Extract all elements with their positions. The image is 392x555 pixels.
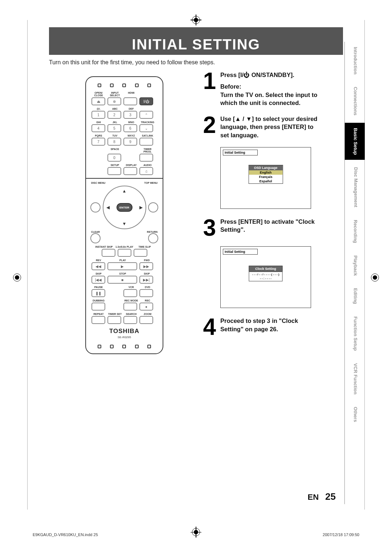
rec-mode-button: [123, 303, 137, 311]
return-button: [148, 233, 158, 243]
play-button: ▶: [107, 262, 137, 270]
osd-clock-panel: Initial Setting Clock Setting - - - / - …: [220, 246, 311, 308]
num-2-button: 2: [107, 111, 121, 119]
top-menu-button: [148, 202, 158, 212]
step-4-text: Proceed to step 3 in "Clock Setting" on …: [220, 317, 319, 333]
step-1-line-3: Turn the TV on. Select the input to whic…: [220, 91, 319, 107]
step-1: 1 Press [I/⏻ ON/STANDBY]. Before: Turn t…: [198, 71, 319, 107]
clear-button: [90, 233, 101, 243]
num-6-button: 6: [123, 124, 137, 132]
hdmi-button: [123, 97, 137, 105]
open-close-button: ⏏: [91, 97, 105, 105]
power-button: I/⏻: [139, 97, 153, 105]
search-button: [123, 316, 137, 324]
print-footer-left: E9KGAUD_D-VR610KU_EN.indd 25: [33, 532, 98, 537]
osd-header: OSD Language: [249, 165, 283, 170]
timer-prog-button: [139, 154, 153, 162]
zoom-button: [139, 316, 153, 324]
header-bar: [49, 27, 343, 34]
brand-label: TOSHIBA: [90, 328, 158, 335]
num-5-button: 5: [107, 124, 121, 132]
return-label: RETURN: [147, 231, 158, 233]
step-3-text: Press [ENTER] to activate "Clock Setting…: [220, 218, 319, 234]
input-select-button: ⊕: [107, 97, 121, 105]
step-1-line-2: Before:: [220, 82, 319, 90]
audio-button: ♫: [139, 167, 153, 175]
tab-basic-setup[interactable]: Basic Setup: [345, 123, 365, 160]
section-tabs: Introduction Connections Basic Setup Dis…: [344, 42, 365, 504]
page-title: INITIAL SETTING: [49, 34, 343, 55]
reg-cross: [196, 527, 196, 538]
osd-language-panel: Initial Setting OSD Language English Fra…: [220, 147, 311, 209]
rec-button: ●: [139, 303, 153, 311]
model-label: SE-R0295: [90, 336, 158, 339]
intro-text: Turn on this unit for the first time, yo…: [49, 59, 215, 66]
tab-recording[interactable]: Recording: [345, 215, 365, 248]
vcr-button: [123, 289, 137, 297]
step-number: 1: [198, 71, 216, 107]
print-footer-right: 2007/12/18 17:09:50: [323, 532, 359, 537]
osd-clock-header: Clock Setting: [249, 266, 282, 272]
step-number: 3: [198, 218, 216, 239]
play-speed-button: [118, 249, 131, 257]
skip-fwd-button: ▶▶|: [139, 276, 153, 284]
step-1-line-1: Press [I/⏻ ON/STANDBY].: [220, 71, 319, 79]
num-4-button: 4: [91, 124, 105, 132]
reg-mark-right: [371, 274, 379, 281]
osd-option-francais: Français: [249, 175, 283, 179]
tab-editing[interactable]: Editing: [345, 283, 365, 309]
step-2-text: Use [▲ / ▼] to select your desired langu…: [220, 115, 319, 139]
tab-vcr-function[interactable]: VCR Function: [345, 358, 365, 400]
disc-menu-button: [90, 202, 101, 212]
time-slip-button: [134, 249, 147, 257]
footer-page-number: 25: [325, 491, 336, 502]
timer-set-button: [107, 316, 121, 324]
num-9-button: 9: [123, 138, 137, 146]
top-menu-label: TOP MENU: [144, 182, 158, 184]
num-7-button: 7: [91, 138, 105, 146]
footer-lang: EN: [308, 493, 319, 502]
reg-mark-left: [13, 274, 21, 281]
rev-button: ◀◀: [91, 262, 105, 270]
pause-button: ❚❚: [91, 289, 105, 297]
num-0-button: 0: [107, 154, 121, 162]
num-3-button: 3: [123, 111, 137, 119]
tab-introduction[interactable]: Introduction: [345, 42, 365, 80]
num-8-button: 8: [107, 138, 121, 146]
tab-playback[interactable]: Playback: [345, 250, 365, 281]
fwd-button: ▶▶: [139, 262, 153, 270]
osd-tab: Initial Setting: [223, 150, 258, 155]
tab-connections[interactable]: Connections: [345, 82, 365, 121]
nav-pad: ▲ ▼ ◀ ▶ ENTER: [103, 186, 146, 229]
step-4: 4 Proceed to step 3 in "Clock Setting" o…: [198, 317, 319, 338]
num-1-button: 1: [91, 111, 105, 119]
ch-up-button: ⌃: [139, 111, 153, 119]
instant-skip-button: [102, 249, 115, 257]
ch-down-button: ⌄: [139, 124, 153, 132]
osd-clock-value: - - - / - - / - - - - ( - - - ) - - : - …: [249, 272, 282, 281]
tab-others[interactable]: Others: [345, 402, 365, 427]
skip-back-button: |◀◀: [91, 276, 105, 284]
satlink-button: [139, 138, 153, 146]
dvd-button: [139, 289, 153, 297]
disc-menu-label: DISC MENU: [91, 182, 105, 184]
repeat-button: [91, 316, 105, 324]
display-button: [123, 167, 137, 175]
osd-tab: Initial Setting: [223, 249, 258, 255]
step-number: 2: [198, 115, 216, 139]
enter-button: ENTER: [117, 203, 132, 212]
stop-button: ■: [107, 276, 137, 284]
step-3: 3 Press [ENTER] to activate "Clock Setti…: [198, 218, 319, 239]
page-footer: EN 25: [308, 491, 336, 502]
step-number: 4: [198, 317, 216, 338]
clear-label: CLEAR: [91, 231, 100, 233]
tab-function-setup[interactable]: Function Setup: [345, 311, 365, 356]
remote-illustration: OPEN/ CLOSE INPUT SELECT HDMI ⏏ ⊕ I/⏻ @/…: [85, 76, 163, 354]
steps-column: 1 Press [I/⏻ ON/STANDBY]. Before: Turn t…: [198, 71, 319, 346]
dubbing-button: [91, 303, 105, 311]
osd-option-espanol: Español: [249, 179, 283, 183]
setup-button: [107, 167, 121, 175]
tab-disc-management[interactable]: Disc Management: [345, 162, 365, 212]
step-2: 2 Use [▲ / ▼] to select your desired lan…: [198, 115, 319, 139]
osd-option-english: English: [249, 170, 283, 175]
